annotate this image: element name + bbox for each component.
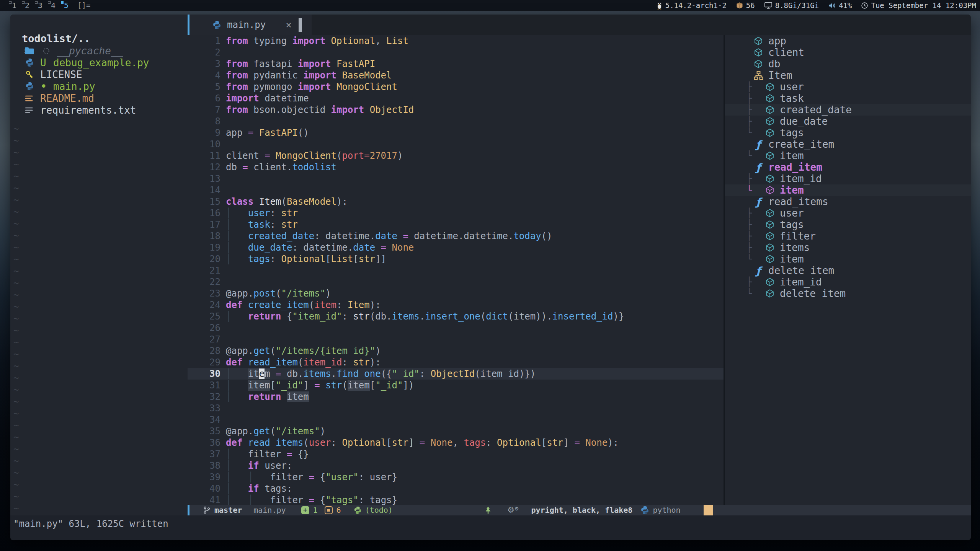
workspace-button-3[interactable]: 3 — [34, 0, 46, 11]
tree-item-license[interactable]: LICENSE — [10, 68, 188, 80]
tagbar-item-due_date[interactable]: ├due_date — [725, 116, 971, 127]
code-line-41[interactable]: 41│ │ filter = {"tags": tags} — [188, 494, 724, 506]
code-line-39[interactable]: 39│ │ filter = {"user": user} — [188, 471, 724, 483]
code-line-3[interactable]: 3from fastapi import FastAPI — [188, 58, 724, 70]
tree-item-label: __pycache__ — [57, 45, 123, 57]
code-line-20[interactable]: 20│ tags: Optional[List[str]] — [188, 253, 724, 265]
code-line-31[interactable]: 31│ item["_id"] = str(item["_id"]) — [188, 380, 724, 391]
file-explorer[interactable]: todolist/.. ›__pycache__Udebug_example.p… — [10, 15, 188, 515]
symbol-outline[interactable]: appclientdbItem├user├task├created_date├d… — [725, 35, 971, 505]
tab-main-py[interactable]: main.py × — [188, 15, 312, 35]
code-line-18[interactable]: 18│ created_date: datetime.date = dateti… — [188, 230, 724, 242]
code-line-5[interactable]: 5from pymongo import MongoClient — [188, 81, 724, 93]
code-line-17[interactable]: 17│ task: str — [188, 219, 724, 230]
tagbar-item-item[interactable]: └item — [725, 150, 971, 161]
workspace-button-2[interactable]: 2 — [21, 0, 33, 11]
tagbar-item-user[interactable]: ├user — [725, 207, 971, 219]
tree-item-main-py[interactable]: •main.py — [10, 80, 188, 92]
tagbar-item-tags[interactable]: └tags — [725, 127, 971, 139]
code-line-30[interactable]: 30│ item = db.items.find_one({"_id": Obj… — [188, 368, 724, 380]
code-line-13[interactable]: 13 — [188, 173, 724, 184]
tagbar-item-delete_item[interactable]: ƒdelete_item — [725, 265, 971, 276]
status-text: 5.14.2-arch1-2 — [665, 1, 727, 10]
code-line-10[interactable]: 10 — [188, 139, 724, 150]
tagbar-item-create_item[interactable]: ƒcreate_item — [725, 139, 971, 150]
tagbar-item-tags[interactable]: ├tags — [725, 219, 971, 230]
code-line-37[interactable]: 37│ filter = {} — [188, 448, 724, 460]
tagbar-item-db[interactable]: db — [725, 58, 971, 70]
code-line-27[interactable]: 27 — [188, 334, 724, 345]
tagbar-item-user[interactable]: ├user — [725, 81, 971, 93]
code-line-9[interactable]: 9app = FastAPI() — [188, 127, 724, 139]
function-icon: ƒ — [753, 265, 763, 277]
tagbar-item-task[interactable]: ├task — [725, 93, 971, 104]
code-line-7[interactable]: 7from bson.objectid import ObjectId — [188, 104, 724, 116]
tilde: ~ — [13, 254, 19, 265]
tree-item-label: main.py — [53, 81, 95, 92]
tagbar-item-app[interactable]: app — [725, 35, 971, 47]
variable-cube-icon — [765, 254, 775, 264]
tree-item-requirements-txt[interactable]: requirements.txt — [10, 104, 188, 116]
tagbar-item-client[interactable]: client — [725, 47, 971, 58]
code-line-35[interactable]: 35@app.get("/items") — [188, 425, 724, 437]
tagbar-item-filter[interactable]: ├filter — [725, 230, 971, 242]
tagbar-item-read_items[interactable]: ƒread_items — [725, 196, 971, 207]
close-icon[interactable]: × — [286, 19, 292, 31]
workspace-button-1[interactable]: 1 — [8, 0, 20, 11]
code-line-28[interactable]: 28@app.get("/items/{item_id}") — [188, 345, 724, 357]
tagbar-label: item — [780, 150, 804, 161]
code-line-34[interactable]: 34 — [188, 414, 724, 425]
tree-item-readme-md[interactable]: README.md — [10, 92, 188, 104]
editor-pane[interactable]: 1from typing import Optional, List23from… — [188, 35, 724, 505]
code-line-4[interactable]: 4from pydantic import BaseModel — [188, 70, 724, 81]
code-line-29[interactable]: 29def read_item(item_id: str): — [188, 357, 724, 368]
tree-item-debug-example-py[interactable]: Udebug_example.py — [10, 57, 188, 68]
line-number: 3 — [188, 58, 220, 70]
code-line-32[interactable]: 32│ return item — [188, 391, 724, 403]
code-line-16[interactable]: 16│ user: str — [188, 207, 724, 219]
code-text: │ if user: — [226, 460, 292, 471]
tagbar-label: user — [780, 81, 804, 93]
workspace-button-5[interactable]: 5 — [60, 0, 72, 11]
tree-connector: └ — [725, 254, 765, 264]
code-line-25[interactable]: 25│ return {"item_id": str(db.items.inse… — [188, 311, 724, 322]
code-line-21[interactable]: 21 — [188, 265, 724, 276]
code-text: │ due_date: datetime.date = None — [226, 242, 414, 253]
code-line-26[interactable]: 26 — [188, 322, 724, 334]
tagbar-item-item[interactable]: └item — [725, 253, 971, 265]
tagbar-label: tags — [780, 219, 804, 230]
code-line-6[interactable]: 6import datetime — [188, 93, 724, 104]
tagbar-label: delete_item — [768, 265, 834, 276]
code-line-38[interactable]: 38│ if user: — [188, 460, 724, 471]
code-line-12[interactable]: 12db = client.todolist — [188, 161, 724, 173]
code-line-14[interactable]: 14 — [188, 184, 724, 196]
variable-cube-icon — [765, 94, 775, 103]
code-line-23[interactable]: 23@app.post("/items") — [188, 288, 724, 299]
code-line-40[interactable]: 40│ if tags: — [188, 483, 724, 494]
code-line-8[interactable]: 8 — [188, 116, 724, 127]
tagbar-item-item_id[interactable]: ├item_id — [725, 173, 971, 184]
tree-connector: └ — [725, 288, 765, 299]
tagbar-item-Item[interactable]: Item — [725, 70, 971, 81]
tree-connector: ├ — [725, 277, 765, 287]
code-line-11[interactable]: 11client = MongoClient(port=27017) — [188, 150, 724, 161]
code-line-1[interactable]: 1from typing import Optional, List — [188, 35, 724, 47]
class-icon — [754, 71, 763, 80]
code-line-2[interactable]: 2 — [188, 47, 724, 58]
workspace-number: 5 — [64, 1, 69, 10]
code-line-36[interactable]: 36def read_items(user: Optional[str] = N… — [188, 437, 724, 448]
code-line-24[interactable]: 24def create_item(item: Item): — [188, 299, 724, 311]
tagbar-item-read_item[interactable]: ƒread_item — [725, 161, 971, 173]
tagbar-item-item[interactable]: └item — [725, 184, 971, 196]
code-line-19[interactable]: 19│ due_date: datetime.date = None — [188, 242, 724, 253]
tagbar-item-items[interactable]: ├items — [725, 242, 971, 253]
tagbar-item-created_date[interactable]: ├created_date — [725, 104, 971, 116]
workspace-button-4[interactable]: 4 — [47, 0, 59, 11]
tree-connector: └ — [725, 127, 765, 138]
tagbar-item-delete_item[interactable]: └delete_item — [725, 288, 971, 299]
code-line-33[interactable]: 33 — [188, 403, 724, 414]
code-line-15[interactable]: 15class Item(BaseModel): — [188, 196, 724, 207]
code-line-22[interactable]: 22 — [188, 276, 724, 288]
tagbar-item-item_id[interactable]: ├item_id — [725, 276, 971, 288]
tree-item---pycache--[interactable]: ›__pycache__ — [10, 45, 188, 57]
